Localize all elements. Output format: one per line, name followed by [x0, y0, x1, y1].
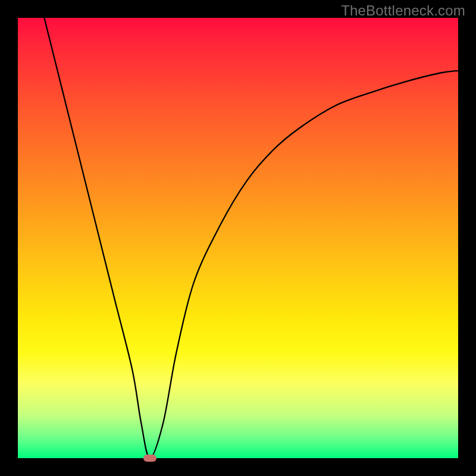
watermark-text: TheBottleneck.com	[341, 2, 465, 19]
plot-area	[18, 18, 458, 458]
chart-frame: TheBottleneck.com	[0, 0, 476, 476]
bottleneck-curve	[18, 18, 458, 458]
optimal-point-marker	[143, 455, 156, 462]
